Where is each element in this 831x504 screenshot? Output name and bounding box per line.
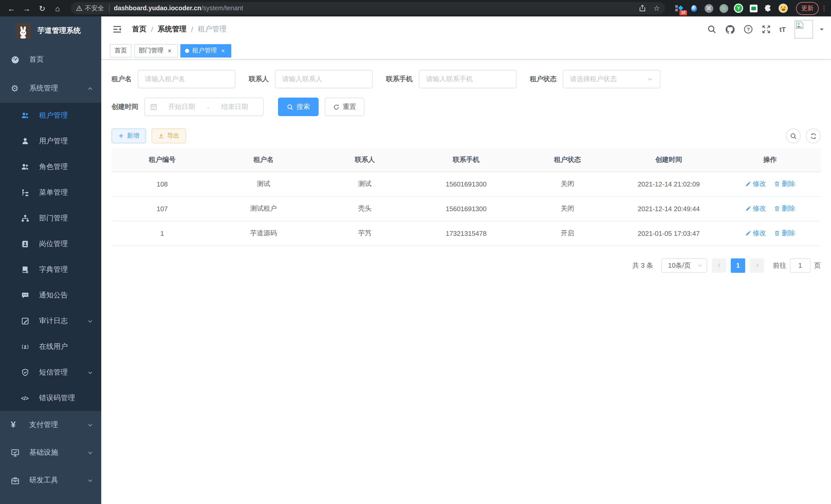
cell-created: 2021-12-14 21:02:09 (618, 172, 719, 196)
delete-link[interactable]: 删除 (774, 204, 795, 213)
extension-dot-icon[interactable] (719, 4, 728, 13)
status-label: 租户状态 (530, 75, 556, 84)
home-icon[interactable]: ⌂ (51, 2, 64, 14)
github-icon[interactable] (725, 24, 735, 34)
sidebar-item-infra[interactable]: 基础设施 (0, 439, 101, 467)
col-created: 创建时间 (618, 148, 719, 172)
sidebar-item-post[interactable]: 岗位管理 (0, 231, 101, 257)
breadcrumb-current: 租户管理 (198, 25, 227, 34)
browser-menu-icon[interactable]: ⋮ (821, 7, 826, 9)
search-button[interactable]: 搜索 (278, 98, 319, 116)
close-icon[interactable]: × (220, 47, 227, 54)
extension-y-icon[interactable]: Y (734, 4, 743, 13)
sidebar-item-dict[interactable]: 字典管理 (0, 257, 101, 283)
address-bar[interactable]: 不安全 dashboard.yudao.iocoder.cn/system/te… (71, 2, 665, 14)
add-button[interactable]: 新增 (112, 128, 146, 143)
edit-link[interactable]: 修改 (745, 179, 766, 188)
tag-dept[interactable]: 部门管理 × (134, 44, 178, 57)
tag-home[interactable]: 首页 (110, 44, 132, 57)
extension-kite-icon[interactable] (689, 4, 698, 13)
mobile-label: 联系手机 (386, 75, 413, 84)
sidebar-item-label: 系统管理 (29, 84, 58, 93)
sidebar-item-label: 研发工具 (29, 476, 58, 485)
cell-mobile: 17321315478 (416, 221, 517, 245)
hamburger-icon[interactable] (110, 25, 125, 34)
browser-update-button[interactable]: 更新 (796, 2, 819, 14)
devtool-icon (11, 476, 23, 485)
share-icon[interactable] (639, 5, 646, 12)
online-icon (21, 343, 32, 351)
sidebar-item-tenant[interactable]: 租户管理 (0, 103, 101, 128)
sidebar-item-dept[interactable]: 部门管理 (0, 206, 101, 231)
sidebar-item-home[interactable]: 首页 (0, 45, 101, 74)
chevron-down-icon[interactable] (819, 26, 825, 32)
dept-icon (21, 214, 32, 223)
fullscreen-icon[interactable] (762, 25, 771, 34)
delete-link[interactable]: 删除 (774, 179, 795, 188)
next-page-button[interactable] (750, 258, 764, 272)
sidebar-item-pay[interactable]: ¥ 支付管理 (0, 411, 101, 439)
edit-link[interactable]: 修改 (745, 204, 766, 213)
role-icon (21, 163, 32, 171)
sidebar-item-sms[interactable]: 短信管理 (0, 360, 101, 385)
status-select[interactable]: 请选择租户状态 (563, 70, 660, 88)
cell-id: 107 (112, 196, 213, 221)
prev-page-button[interactable] (712, 258, 726, 272)
date-start-placeholder: 开始日期 (158, 102, 205, 112)
calendar-icon (150, 103, 157, 111)
font-size-icon[interactable]: tT (779, 25, 786, 33)
browser-profile-avatar[interactable] (779, 4, 788, 13)
sidebar-item-audit[interactable]: 审计日志 (0, 308, 101, 334)
app-logo[interactable]: 芋道管理系统 (0, 17, 101, 45)
search-icon[interactable] (707, 25, 716, 34)
help-icon[interactable]: ? (743, 25, 753, 34)
not-secure-warning[interactable]: 不安全 (76, 4, 104, 12)
sidebar-item-notice[interactable]: 通知公告 (0, 283, 101, 308)
sidebar-item-role[interactable]: 角色管理 (0, 154, 101, 180)
sidebar-item-label: 支付管理 (29, 420, 58, 429)
bookmark-star-icon[interactable]: ☆ (654, 4, 660, 12)
sidebar-item-system[interactable]: ⚙ 系统管理 (0, 74, 101, 103)
toggle-search-button[interactable] (786, 128, 801, 143)
broken-image-icon (796, 21, 804, 29)
chevron-down-icon (87, 450, 93, 455)
date-range-input[interactable]: 开始日期 - 结束日期 (144, 98, 264, 116)
reload-icon[interactable]: ↻ (36, 2, 48, 14)
contact-input[interactable]: 请输入联系人 (275, 70, 373, 88)
user-avatar[interactable] (795, 20, 813, 38)
page-size-select[interactable]: 10条/页 (661, 258, 707, 272)
cell-contact: 芋艿 (314, 221, 416, 245)
application-window: ← → ↻ ⌂ 不安全 dashboard.yudao.iocoder.cn/s… (0, 0, 831, 504)
extensions-puzzle-icon[interactable] (764, 4, 773, 13)
breadcrumb-system[interactable]: 系统管理 (158, 25, 187, 34)
sidebar-item-errcode[interactable]: </> 错误码管理 (0, 385, 101, 411)
menu-icon (21, 188, 32, 197)
main-panel: 首页 / 系统管理 / 租户管理 ? (101, 17, 831, 504)
breadcrumb-separator: / (191, 25, 193, 33)
page-number-1[interactable]: 1 (731, 258, 745, 272)
reset-button[interactable]: 重置 (325, 98, 364, 116)
back-icon[interactable]: ← (5, 2, 18, 14)
cell-actions: 修改 删除 (719, 221, 821, 245)
goto-page-input[interactable] (790, 258, 810, 272)
sidebar-item-online[interactable]: 在线用户 (0, 334, 101, 360)
sidebar-item-label: 岗位管理 (39, 239, 68, 249)
export-button[interactable]: 导出 (152, 128, 186, 143)
edit-link[interactable]: 修改 (745, 229, 766, 238)
delete-link[interactable]: 删除 (774, 229, 795, 238)
close-icon[interactable]: × (166, 47, 173, 54)
extension-grid-icon[interactable]: 10 (674, 4, 684, 13)
breadcrumb-home[interactable]: 首页 (132, 25, 146, 34)
sidebar-item-menu[interactable]: 菜单管理 (0, 180, 101, 206)
extension-command-icon[interactable]: ⌘ (704, 4, 713, 13)
tenant-name-input[interactable]: 请输入租户名 (138, 70, 235, 88)
mobile-input[interactable]: 请输入联系手机 (419, 70, 516, 88)
sidebar-item-label: 角色管理 (39, 162, 68, 172)
logo-avatar (16, 23, 31, 38)
sidebar-item-devtool[interactable]: 研发工具 (0, 467, 101, 494)
sidebar-item-user[interactable]: 用户管理 (0, 128, 101, 154)
refresh-table-button[interactable] (806, 128, 821, 143)
forward-icon[interactable]: → (21, 2, 33, 14)
tag-tenant-active[interactable]: 租户管理 × (180, 44, 231, 57)
extension-chat-icon[interactable] (749, 4, 758, 13)
